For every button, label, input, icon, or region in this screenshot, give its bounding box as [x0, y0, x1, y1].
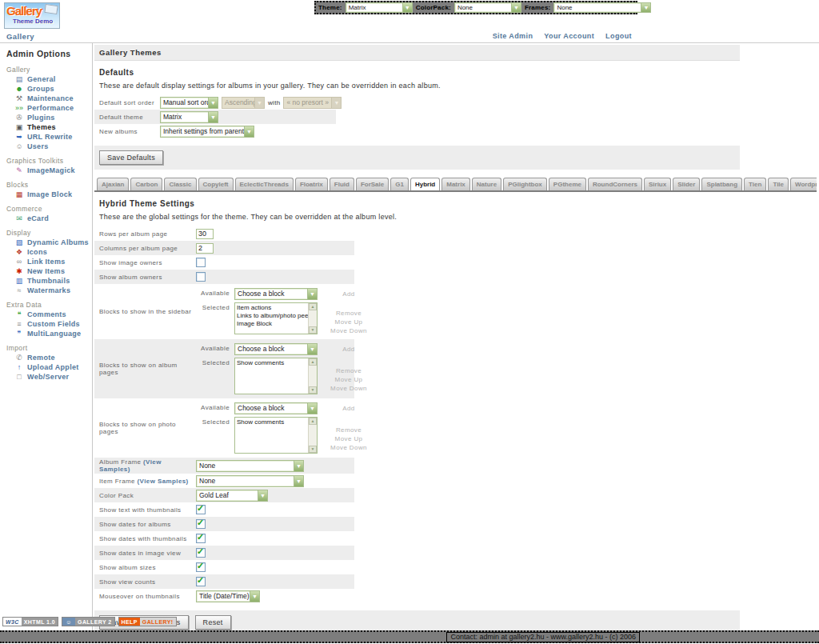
blocks-to-show-in-the-sidebar-selected-list[interactable]: Item actionsLinks to album/photo peersIm… — [234, 302, 318, 334]
tab-ajaxian[interactable]: Ajaxian — [97, 178, 129, 190]
show-dates-in-image-view-checkbox[interactable]: ✓ — [196, 548, 206, 558]
show-dates-for-albums-checkbox[interactable]: ✓ — [196, 519, 206, 529]
sidebar-item-maintenance[interactable]: ⚒Maintenance — [0, 94, 92, 103]
tab-eclecticthreads[interactable]: EclecticThreads — [235, 178, 294, 190]
sidebar-item-performance[interactable]: »»Performance — [0, 103, 92, 113]
user-link-logout[interactable]: Logout — [605, 32, 632, 40]
tab-tien[interactable]: Tien — [744, 178, 766, 190]
sidebar-item-remote[interactable]: ✆Remote — [0, 353, 92, 362]
tab-carbon[interactable]: Carbon — [130, 178, 162, 190]
sidebar-item-thumbnails[interactable]: ▥Thumbnails — [0, 276, 92, 286]
sidebar-item-multilanguage[interactable]: ❞MultiLanguage — [0, 329, 92, 338]
sidebar-item-web-server[interactable]: □Web/Server — [0, 372, 92, 382]
tab-matrix[interactable]: Matrix — [441, 178, 470, 190]
theme-bar-select-theme[interactable]: Matrix▼ — [346, 2, 413, 13]
sidebar-item-upload-applet[interactable]: ↑Upload Applet — [0, 362, 92, 372]
row-label: Mouseover on thumbnails — [99, 593, 196, 600]
tab-hybrid[interactable]: Hybrid — [410, 178, 440, 192]
scroll-up-icon[interactable]: ▲ — [309, 303, 317, 310]
sidebar-item-icons[interactable]: ❖Icons — [0, 247, 92, 257]
columns-per-album-page-input[interactable] — [196, 243, 214, 254]
list-option[interactable]: Image Block — [237, 320, 308, 328]
tab-tile[interactable]: Tile — [768, 178, 789, 190]
sidebar-item-link-items[interactable]: ∞Link Items — [0, 257, 92, 266]
tab-pgtheme[interactable]: PGtheme — [549, 178, 586, 190]
tab-nature[interactable]: Nature — [472, 178, 501, 190]
tab-floatrix[interactable]: Floatrix — [295, 178, 328, 190]
defaults-title: Defaults — [99, 68, 819, 77]
help-badge[interactable]: HELPGALLERY! — [118, 617, 177, 626]
tab-wordpressembedded[interactable]: WordpressEmbedded — [790, 178, 817, 190]
tab-pglightbox[interactable]: PGlightbox — [503, 178, 547, 190]
theme-bar-select-colorpack[interactable]: None▼ — [454, 2, 521, 13]
mouseover-on-thumbnails-select[interactable]: Title (Date/Time)▼ — [196, 590, 260, 602]
blocks-to-show-on-photo-pages-available-select[interactable]: Choose a block▼ — [234, 402, 318, 414]
tab-copyleft[interactable]: Copyleft — [198, 178, 234, 190]
tab-siriux[interactable]: Siriux — [644, 178, 671, 190]
tab-forsale[interactable]: ForSale — [356, 178, 389, 190]
show-image-owners-checkbox[interactable] — [196, 258, 206, 267]
sidebar-item-imagemagick[interactable]: ✎ImageMagick — [0, 166, 92, 175]
sidebar-item-groups[interactable]: ☻Groups — [0, 84, 92, 94]
show-album-sizes-checkbox[interactable]: ✓ — [196, 562, 206, 572]
theme-bar-select-frames[interactable]: None▼ — [553, 2, 651, 13]
sidebar-item-new-items[interactable]: ✱New Items — [0, 266, 92, 276]
tab-slider[interactable]: Slider — [673, 178, 700, 190]
new-albums-select[interactable]: Inherit settings from parent album▼ — [160, 126, 254, 138]
breadcrumb-gallery-link[interactable]: Gallery — [6, 32, 34, 41]
blocks-to-show-on-album-pages-selected-list[interactable]: Show comments▲▼ — [234, 358, 318, 394]
form-row-show-text-with-thumbnails: Show text with thumbnails✓ — [94, 502, 354, 517]
view-samples-link[interactable]: (View Samples) — [138, 478, 189, 485]
list-option[interactable]: Item actions — [237, 304, 308, 312]
sidebar-item-themes[interactable]: ▣Themes — [0, 122, 92, 132]
user-link-your-account[interactable]: Your Account — [544, 32, 594, 40]
sidebar-item-users[interactable]: ☺Users — [0, 142, 92, 151]
tab-classic[interactable]: Classic — [164, 178, 196, 190]
list-scrollbar[interactable]: ▲▼ — [308, 358, 317, 394]
scroll-up-icon[interactable]: ▲ — [309, 358, 317, 366]
tab-fluid[interactable]: Fluid — [330, 178, 354, 190]
blocks-to-show-on-album-pages-available-select[interactable]: Choose a block▼ — [234, 343, 318, 355]
default-sort-order-select[interactable]: Manual sort order▼ — [160, 97, 218, 109]
list-scrollbar[interactable]: ▲▼ — [308, 303, 317, 334]
user-link-site-admin[interactable]: Site Admin — [493, 32, 533, 40]
sidebar-item-ecard[interactable]: ✉eCard — [0, 214, 92, 223]
sidebar-item-dynamic-albums[interactable]: ▧Dynamic Albums — [0, 238, 92, 247]
tab-splatbang[interactable]: Splatbang — [701, 178, 742, 190]
list-option[interactable]: Show comments — [237, 359, 308, 367]
sidebar-item-watermarks[interactable]: ≈Watermarks — [0, 286, 92, 295]
show-album-owners-checkbox[interactable] — [196, 272, 206, 282]
sidebar-item-image-block[interactable]: ▦Image Block — [0, 190, 92, 199]
gallery-logo[interactable]: Gallery Theme Demo — [4, 2, 60, 29]
default-theme-select[interactable]: Matrix▼ — [160, 111, 218, 123]
sidebar-item-plugins[interactable]: ✇Plugins — [0, 113, 92, 122]
list-option[interactable]: Links to album/photo peers — [237, 312, 308, 320]
list-scrollbar[interactable]: ▲▼ — [308, 418, 317, 453]
color-pack-select[interactable]: Gold Leaf▼ — [196, 490, 268, 502]
show-text-with-thumbnails-checkbox[interactable]: ✓ — [196, 505, 206, 514]
save-defaults-button[interactable]: Save Defaults — [99, 150, 163, 165]
scroll-up-icon[interactable]: ▲ — [309, 418, 317, 425]
tab-g1[interactable]: G1 — [390, 178, 409, 190]
list-option[interactable]: Show comments — [237, 418, 308, 426]
show-dates-with-thumbnails-checkbox[interactable]: ✓ — [196, 534, 206, 543]
rows-per-album-page-input[interactable] — [196, 229, 214, 239]
sidebar-item-url-rewrite[interactable]: ➥URL Rewrite — [0, 132, 92, 142]
w3c-xhtml-badge[interactable]: W3CXHTML 1.0 — [2, 617, 58, 626]
sidebar-item-comments[interactable]: ❝Comments — [0, 310, 92, 319]
scroll-down-icon[interactable]: ▼ — [309, 386, 317, 394]
sidebar-item-general[interactable]: ▤General — [0, 74, 92, 84]
scroll-down-icon[interactable]: ▼ — [309, 326, 317, 334]
reset-button[interactable]: Reset — [195, 615, 231, 630]
sidebar-item-label: Image Block — [27, 190, 72, 198]
sidebar-item-label: Performance — [27, 104, 74, 112]
scroll-down-icon[interactable]: ▼ — [309, 446, 317, 453]
album-frame-select[interactable]: None▼ — [196, 460, 304, 472]
gallery2-badge[interactable]: ☺GALLERY 2 — [62, 617, 115, 626]
item-frame-select[interactable]: None▼ — [196, 475, 304, 487]
sidebar-item-custom-fields[interactable]: ≡Custom Fields — [0, 319, 92, 329]
tab-roundcorners[interactable]: RoundCorners — [588, 178, 642, 190]
blocks-to-show-on-photo-pages-selected-list[interactable]: Show comments▲▼ — [234, 417, 318, 454]
show-view-counts-checkbox[interactable]: ✓ — [196, 577, 206, 586]
blocks-to-show-in-the-sidebar-available-select[interactable]: Choose a block▼ — [234, 288, 318, 300]
